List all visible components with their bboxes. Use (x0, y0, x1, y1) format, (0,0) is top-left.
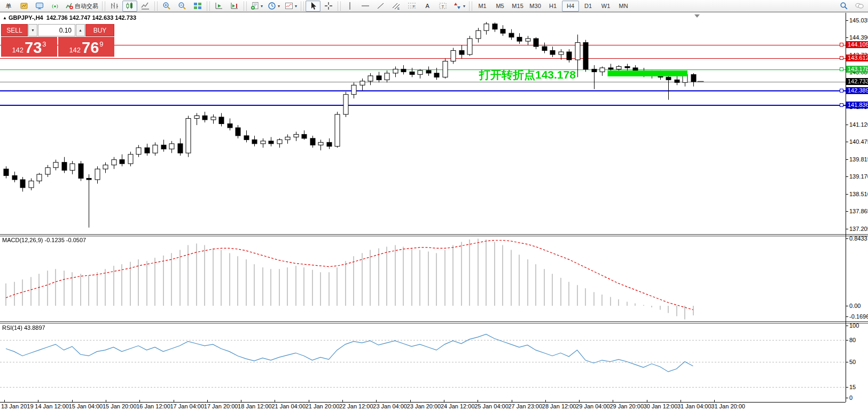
buy-button[interactable]: BUY (85, 24, 114, 36)
volume-decrease-button[interactable]: ▼ (28, 24, 37, 36)
sell-price-button[interactable]: 142733 (1, 37, 57, 57)
sell-price-prefix: 142 (12, 46, 24, 54)
buy-price-big: 76 (82, 40, 99, 56)
hline-endpoint-142.389[interactable] (840, 89, 843, 92)
buy-price-button[interactable]: 142769 (58, 37, 114, 57)
hline-endpoint-141.836[interactable] (840, 103, 843, 107)
sell-price-big: 73 (25, 40, 42, 56)
price-badge-143.178: 143.178 (846, 66, 868, 73)
chart-canvas[interactable] (0, 0, 868, 410)
price-badge-142.733: 142.733 (846, 78, 868, 85)
sell-price-sup: 3 (42, 40, 46, 48)
macd-label: MACD(12,26,9) -0.1235 -0.0507 (2, 237, 86, 243)
ohlc-values: 142.736 142.747 142.633 142.733 (46, 14, 136, 21)
rsi-label: RSI(14) 43.8897 (2, 324, 45, 331)
collapse-panel-icon[interactable]: ▲ (3, 16, 7, 20)
hline-endpoint-144.105[interactable] (840, 43, 843, 47)
chart-header: ▲GBPJPY-,H4 142.736 142.747 142.633 142.… (3, 14, 136, 21)
one-click-trading-panel: SELL ▼ 0.10 ▲ BUY 142733 142769 (1, 24, 114, 57)
price-badge-141.836: 141.836 (846, 102, 868, 109)
price-badge-144.105: 144.105 (846, 41, 868, 48)
buy-price-sup: 9 (99, 40, 103, 48)
mt4-window: 单自动交易▾▾▾EFAT▾M1M5M15M30H1H4D1W1MN 145.03… (0, 0, 868, 410)
symbol-period-label: GBPJPY-,H4 (9, 14, 43, 21)
buy-price-prefix: 142 (69, 46, 81, 54)
volume-input[interactable]: 0.10 (38, 24, 75, 36)
hline-endpoint-143.612[interactable] (840, 56, 843, 60)
price-badge-142.389: 142.389 (846, 87, 868, 94)
sell-button[interactable]: SELL (1, 24, 28, 36)
volume-increase-button[interactable]: ▲ (76, 24, 85, 36)
annotation-text[interactable]: 打开转折点143.178 (479, 67, 576, 82)
hline-endpoint-143.178[interactable] (840, 67, 843, 71)
price-badge-143.612: 143.612 (846, 55, 868, 61)
